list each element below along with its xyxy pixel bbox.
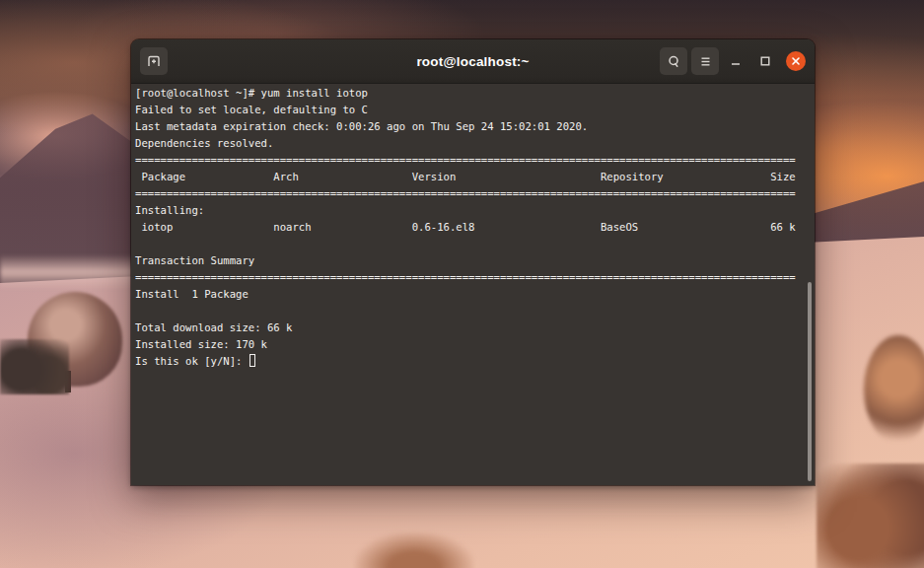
- menu-button[interactable]: [691, 47, 719, 75]
- wallpaper-tree-trunk: [65, 371, 71, 392]
- maximize-button[interactable]: [752, 47, 778, 75]
- desktop-wallpaper: root@localhost:~: [0, 0, 924, 568]
- close-button[interactable]: [786, 51, 806, 71]
- terminal-window: root@localhost:~: [131, 39, 815, 485]
- terminal-line: Dependencies resolved.: [135, 135, 815, 152]
- terminal-line: [root@localhost ~]# yum install iotop: [135, 85, 815, 102]
- terminal-line: Installing:: [135, 202, 815, 219]
- terminal-line: Last metadata expiration check: 0:00:26 …: [135, 118, 815, 135]
- search-icon: [667, 54, 681, 69]
- wallpaper-conifers: [0, 339, 69, 394]
- terminal-content[interactable]: [root@localhost ~]# yum install iotopFai…: [131, 84, 815, 484]
- terminal-line: Failed to set locale, defaulting to C: [135, 102, 815, 118]
- menu-icon: [699, 55, 712, 68]
- terminal-line: iotop noarch 0.6-16.el8 BaseOS 66 k: [135, 219, 815, 236]
- terminal-output: [root@localhost ~]# yum install iotopFai…: [135, 85, 815, 370]
- maximize-icon: [759, 55, 771, 67]
- minimize-icon: [730, 55, 742, 67]
- terminal-line: Install 1 Package: [135, 286, 815, 303]
- wallpaper-bush-bottom-center: [355, 532, 473, 568]
- terminal-line: Installed size: 170 k: [135, 336, 815, 353]
- terminal-cursor: [249, 354, 256, 367]
- wallpaper-tree: [28, 292, 122, 387]
- wallpaper-trees-bottom-right: [817, 463, 924, 568]
- tab-new-icon: [146, 53, 162, 69]
- terminal-line: ========================================…: [135, 152, 815, 169]
- new-tab-button[interactable]: [140, 47, 168, 75]
- terminal-line: Package Arch Version Repository Size: [135, 169, 815, 185]
- titlebar-controls: [660, 47, 806, 75]
- terminal-line: ========================================…: [135, 269, 815, 286]
- terminal-line: Transaction Summary: [135, 252, 815, 269]
- minimize-button[interactable]: [723, 47, 748, 75]
- terminal-line: [135, 236, 815, 252]
- wallpaper-bush-right: [864, 335, 924, 444]
- terminal-line: ========================================…: [135, 185, 815, 202]
- terminal-line: [135, 303, 815, 320]
- search-button[interactable]: [660, 47, 687, 75]
- terminal-line: Total download size: 66 k: [135, 320, 815, 336]
- scrollbar-thumb[interactable]: [808, 282, 812, 481]
- titlebar[interactable]: root@localhost:~: [131, 39, 815, 84]
- terminal-line: Is this ok [y/N]:: [135, 353, 815, 370]
- close-icon: [791, 54, 801, 69]
